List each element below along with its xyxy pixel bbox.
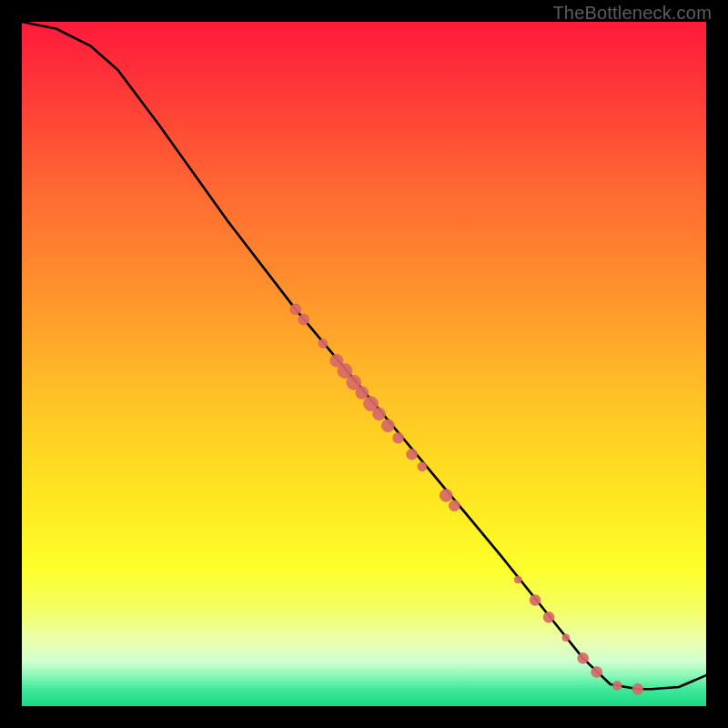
data-dot [338, 364, 352, 379]
data-dot [562, 634, 570, 642]
data-dot [373, 408, 386, 420]
data-dot [298, 314, 309, 325]
data-dot [290, 304, 301, 315]
data-dot [393, 432, 404, 443]
data-dot [612, 681, 622, 690]
data-dot [318, 339, 328, 348]
watermark-text: TheBottleneck.com [552, 3, 712, 24]
chart-svg [22, 22, 706, 706]
data-dot [418, 462, 427, 471]
data-dot [449, 500, 460, 511]
data-dot [514, 576, 521, 583]
data-dot [440, 489, 452, 501]
data-dot [407, 449, 418, 460]
data-dot [381, 420, 394, 432]
curve-line [22, 22, 706, 689]
data-dot [632, 683, 643, 694]
plot-area [22, 22, 706, 706]
data-dots [290, 304, 643, 694]
data-dot [356, 387, 369, 399]
data-dot [592, 666, 602, 677]
data-dot [543, 612, 554, 622]
data-dot [530, 594, 541, 605]
data-dot [578, 652, 589, 663]
